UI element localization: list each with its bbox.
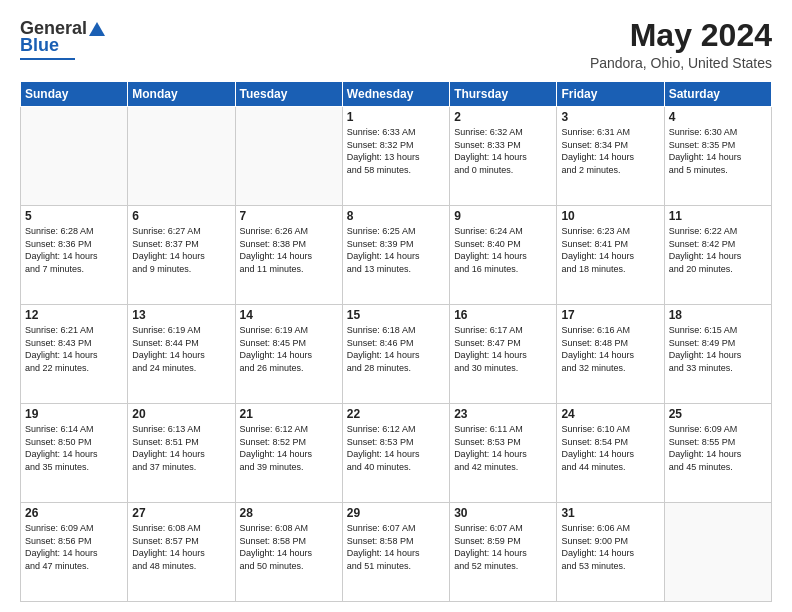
calendar-cell: 17Sunrise: 6:16 AM Sunset: 8:48 PM Dayli…	[557, 305, 664, 404]
day-number: 7	[240, 209, 338, 223]
day-info: Sunrise: 6:07 AM Sunset: 8:59 PM Dayligh…	[454, 522, 552, 572]
day-number: 10	[561, 209, 659, 223]
day-info: Sunrise: 6:32 AM Sunset: 8:33 PM Dayligh…	[454, 126, 552, 176]
calendar-cell: 29Sunrise: 6:07 AM Sunset: 8:58 PM Dayli…	[342, 503, 449, 602]
day-info: Sunrise: 6:14 AM Sunset: 8:50 PM Dayligh…	[25, 423, 123, 473]
day-info: Sunrise: 6:09 AM Sunset: 8:56 PM Dayligh…	[25, 522, 123, 572]
calendar-cell: 2Sunrise: 6:32 AM Sunset: 8:33 PM Daylig…	[450, 107, 557, 206]
day-number: 17	[561, 308, 659, 322]
calendar-cell: 22Sunrise: 6:12 AM Sunset: 8:53 PM Dayli…	[342, 404, 449, 503]
day-info: Sunrise: 6:30 AM Sunset: 8:35 PM Dayligh…	[669, 126, 767, 176]
day-info: Sunrise: 6:12 AM Sunset: 8:52 PM Dayligh…	[240, 423, 338, 473]
calendar-cell: 6Sunrise: 6:27 AM Sunset: 8:37 PM Daylig…	[128, 206, 235, 305]
week-row-3: 12Sunrise: 6:21 AM Sunset: 8:43 PM Dayli…	[21, 305, 772, 404]
day-number: 31	[561, 506, 659, 520]
calendar-cell: 16Sunrise: 6:17 AM Sunset: 8:47 PM Dayli…	[450, 305, 557, 404]
day-header-friday: Friday	[557, 82, 664, 107]
calendar-cell: 23Sunrise: 6:11 AM Sunset: 8:53 PM Dayli…	[450, 404, 557, 503]
day-info: Sunrise: 6:11 AM Sunset: 8:53 PM Dayligh…	[454, 423, 552, 473]
calendar-cell: 25Sunrise: 6:09 AM Sunset: 8:55 PM Dayli…	[664, 404, 771, 503]
week-row-1: 1Sunrise: 6:33 AM Sunset: 8:32 PM Daylig…	[21, 107, 772, 206]
calendar-cell: 8Sunrise: 6:25 AM Sunset: 8:39 PM Daylig…	[342, 206, 449, 305]
day-number: 21	[240, 407, 338, 421]
day-info: Sunrise: 6:27 AM Sunset: 8:37 PM Dayligh…	[132, 225, 230, 275]
day-number: 6	[132, 209, 230, 223]
calendar-cell: 14Sunrise: 6:19 AM Sunset: 8:45 PM Dayli…	[235, 305, 342, 404]
day-info: Sunrise: 6:16 AM Sunset: 8:48 PM Dayligh…	[561, 324, 659, 374]
calendar-cell: 31Sunrise: 6:06 AM Sunset: 9:00 PM Dayli…	[557, 503, 664, 602]
day-info: Sunrise: 6:18 AM Sunset: 8:46 PM Dayligh…	[347, 324, 445, 374]
day-info: Sunrise: 6:08 AM Sunset: 8:58 PM Dayligh…	[240, 522, 338, 572]
calendar-cell: 20Sunrise: 6:13 AM Sunset: 8:51 PM Dayli…	[128, 404, 235, 503]
day-info: Sunrise: 6:17 AM Sunset: 8:47 PM Dayligh…	[454, 324, 552, 374]
calendar-cell	[235, 107, 342, 206]
calendar-cell: 1Sunrise: 6:33 AM Sunset: 8:32 PM Daylig…	[342, 107, 449, 206]
day-number: 29	[347, 506, 445, 520]
calendar-cell: 21Sunrise: 6:12 AM Sunset: 8:52 PM Dayli…	[235, 404, 342, 503]
day-number: 16	[454, 308, 552, 322]
header-right: May 2024 Pandora, Ohio, United States	[590, 18, 772, 71]
day-number: 5	[25, 209, 123, 223]
logo-blue-text: Blue	[20, 35, 59, 56]
calendar-cell: 19Sunrise: 6:14 AM Sunset: 8:50 PM Dayli…	[21, 404, 128, 503]
day-number: 26	[25, 506, 123, 520]
day-info: Sunrise: 6:09 AM Sunset: 8:55 PM Dayligh…	[669, 423, 767, 473]
header-row: SundayMondayTuesdayWednesdayThursdayFrid…	[21, 82, 772, 107]
calendar-cell	[128, 107, 235, 206]
day-number: 1	[347, 110, 445, 124]
calendar-cell: 18Sunrise: 6:15 AM Sunset: 8:49 PM Dayli…	[664, 305, 771, 404]
logo: General Blue	[20, 18, 105, 60]
day-header-wednesday: Wednesday	[342, 82, 449, 107]
calendar-cell	[664, 503, 771, 602]
day-info: Sunrise: 6:31 AM Sunset: 8:34 PM Dayligh…	[561, 126, 659, 176]
day-number: 27	[132, 506, 230, 520]
day-number: 28	[240, 506, 338, 520]
day-info: Sunrise: 6:21 AM Sunset: 8:43 PM Dayligh…	[25, 324, 123, 374]
logo-line	[20, 58, 75, 60]
calendar-cell: 15Sunrise: 6:18 AM Sunset: 8:46 PM Dayli…	[342, 305, 449, 404]
calendar-table: SundayMondayTuesdayWednesdayThursdayFrid…	[20, 81, 772, 602]
day-info: Sunrise: 6:12 AM Sunset: 8:53 PM Dayligh…	[347, 423, 445, 473]
week-row-5: 26Sunrise: 6:09 AM Sunset: 8:56 PM Dayli…	[21, 503, 772, 602]
month-title: May 2024	[590, 18, 772, 53]
day-number: 4	[669, 110, 767, 124]
day-number: 22	[347, 407, 445, 421]
location: Pandora, Ohio, United States	[590, 55, 772, 71]
day-header-monday: Monday	[128, 82, 235, 107]
day-number: 23	[454, 407, 552, 421]
day-info: Sunrise: 6:25 AM Sunset: 8:39 PM Dayligh…	[347, 225, 445, 275]
day-info: Sunrise: 6:22 AM Sunset: 8:42 PM Dayligh…	[669, 225, 767, 275]
day-number: 20	[132, 407, 230, 421]
day-number: 3	[561, 110, 659, 124]
day-info: Sunrise: 6:15 AM Sunset: 8:49 PM Dayligh…	[669, 324, 767, 374]
day-info: Sunrise: 6:13 AM Sunset: 8:51 PM Dayligh…	[132, 423, 230, 473]
day-number: 14	[240, 308, 338, 322]
calendar-cell: 13Sunrise: 6:19 AM Sunset: 8:44 PM Dayli…	[128, 305, 235, 404]
day-info: Sunrise: 6:33 AM Sunset: 8:32 PM Dayligh…	[347, 126, 445, 176]
day-info: Sunrise: 6:23 AM Sunset: 8:41 PM Dayligh…	[561, 225, 659, 275]
day-info: Sunrise: 6:07 AM Sunset: 8:58 PM Dayligh…	[347, 522, 445, 572]
day-info: Sunrise: 6:10 AM Sunset: 8:54 PM Dayligh…	[561, 423, 659, 473]
day-info: Sunrise: 6:19 AM Sunset: 8:45 PM Dayligh…	[240, 324, 338, 374]
day-number: 12	[25, 308, 123, 322]
calendar-cell: 9Sunrise: 6:24 AM Sunset: 8:40 PM Daylig…	[450, 206, 557, 305]
day-info: Sunrise: 6:26 AM Sunset: 8:38 PM Dayligh…	[240, 225, 338, 275]
day-header-thursday: Thursday	[450, 82, 557, 107]
day-number: 24	[561, 407, 659, 421]
day-info: Sunrise: 6:24 AM Sunset: 8:40 PM Dayligh…	[454, 225, 552, 275]
calendar-cell: 4Sunrise: 6:30 AM Sunset: 8:35 PM Daylig…	[664, 107, 771, 206]
calendar-cell: 5Sunrise: 6:28 AM Sunset: 8:36 PM Daylig…	[21, 206, 128, 305]
calendar-cell: 26Sunrise: 6:09 AM Sunset: 8:56 PM Dayli…	[21, 503, 128, 602]
calendar-cell: 28Sunrise: 6:08 AM Sunset: 8:58 PM Dayli…	[235, 503, 342, 602]
day-number: 8	[347, 209, 445, 223]
day-info: Sunrise: 6:28 AM Sunset: 8:36 PM Dayligh…	[25, 225, 123, 275]
day-number: 13	[132, 308, 230, 322]
day-header-saturday: Saturday	[664, 82, 771, 107]
day-number: 19	[25, 407, 123, 421]
day-number: 30	[454, 506, 552, 520]
header: General Blue May 2024 Pandora, Ohio, Uni…	[20, 18, 772, 71]
calendar-cell: 3Sunrise: 6:31 AM Sunset: 8:34 PM Daylig…	[557, 107, 664, 206]
day-info: Sunrise: 6:08 AM Sunset: 8:57 PM Dayligh…	[132, 522, 230, 572]
calendar-cell: 12Sunrise: 6:21 AM Sunset: 8:43 PM Dayli…	[21, 305, 128, 404]
week-row-2: 5Sunrise: 6:28 AM Sunset: 8:36 PM Daylig…	[21, 206, 772, 305]
